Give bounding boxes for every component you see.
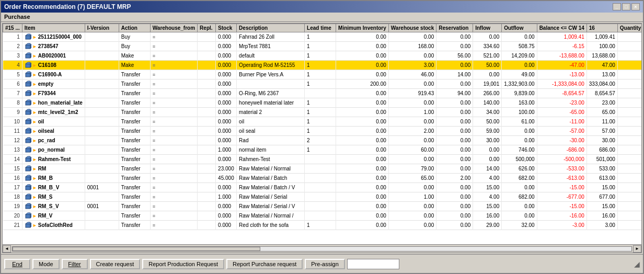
create-request-button[interactable]: Create request (90, 259, 141, 269)
cell-mininv: 0.00 (336, 221, 389, 230)
cell-bal: -677.00 (537, 192, 586, 202)
cell-bal: -57.00 (537, 127, 586, 136)
horizontal-scrollbar[interactable]: ◄ ► (3, 244, 641, 253)
cell-inflow: 50.00 (473, 117, 502, 127)
cell-repl (198, 89, 216, 98)
cell-lt (305, 174, 336, 183)
table-row[interactable]: 18 ►RM_STransfer≡1.000Raw Material / Ser… (3, 192, 642, 202)
pre-assign-button[interactable]: Pre-assign (305, 259, 345, 269)
cell-16: 686.00 (586, 145, 617, 155)
cell-res: 0.00 (436, 211, 473, 221)
cell-wh: ≡ (150, 51, 197, 61)
svg-rect-60 (26, 224, 30, 227)
col-header-lt[interactable]: Lead time (305, 24, 336, 32)
cell-desc: Raw Material / Serial / V (237, 202, 305, 211)
report-production-button[interactable]: Report Production Request (142, 259, 224, 269)
scroll-left-button[interactable]: ◄ (3, 245, 11, 253)
cell-repl (198, 221, 216, 230)
col-header-wh[interactable]: Warehouse_from (150, 24, 197, 32)
cell-res: 0.00 (436, 117, 473, 127)
col-header-mininv[interactable]: Minimum Inventory (336, 24, 389, 32)
table-row[interactable]: 11 ►oilsealTransfer≡0.000oil seal10.002.… (3, 127, 642, 136)
cell-iver (85, 42, 119, 51)
table-row[interactable]: 8 ►hon_material_lateTransfer≡0.000honeyw… (3, 98, 642, 108)
col-header-inflow[interactable]: Inflow (473, 24, 502, 32)
table-row[interactable]: 3 ►AB0020001Make≡0.000default10.000.0056… (3, 51, 642, 61)
svg-marker-37 (26, 147, 30, 149)
cell-action: Transfer (119, 145, 150, 155)
cell-num: 2 (3, 42, 22, 51)
table-wrapper[interactable]: #15 ... Item I-Version Action Warehouse_… (3, 24, 641, 244)
svg-marker-40 (26, 156, 30, 158)
scroll-track[interactable] (12, 246, 632, 252)
cell-16: 11.00 (586, 117, 617, 127)
cell-repl (198, 155, 216, 164)
cell-wh: ≡ (150, 32, 197, 42)
filter-button[interactable]: Filter (62, 259, 88, 269)
col-header-bal[interactable]: Balance <= CW 14 (537, 24, 586, 32)
table-row[interactable]: 7 ►F79344Transfer≡0.000O-Ring, M6 23670.… (3, 89, 642, 98)
svg-rect-45 (26, 177, 30, 180)
cell-wh: ≡ (150, 164, 197, 174)
table-row[interactable]: 15 ►RMTransfer≡23.000Raw Material / Norm… (3, 164, 642, 174)
maximize-button[interactable]: □ (622, 3, 630, 10)
cell-desc: default (237, 51, 305, 61)
cell-outflow: 1,332,903.00 (502, 79, 537, 89)
table-row[interactable]: 21 ►SofaClothRedTransfer≡0.000Red cloth … (3, 221, 642, 230)
table-row[interactable]: 13 ►po_normalTransfer≡1.000normal item10… (3, 145, 642, 155)
table-row[interactable]: 4 ►C16108Make≡0.000Operating Rod M-52155… (3, 61, 642, 70)
cell-num: 16 (3, 174, 22, 183)
col-header-outflow[interactable]: Outflow (502, 24, 537, 32)
col-header-num[interactable]: #15 ... (3, 24, 22, 32)
cell-bal: -6.15 (537, 42, 586, 51)
col-header-iver[interactable]: I-Version (85, 24, 119, 32)
table-row[interactable]: 19 ►RM_S_V0001Transfer≡0.000Raw Material… (3, 202, 642, 211)
footer: End Mode Filter Create request Report Pr… (1, 254, 643, 273)
cell-action: Transfer (119, 89, 150, 98)
report-purchase-button[interactable]: Report Purchase request (226, 259, 303, 269)
cell-bal: -47.00 (537, 61, 586, 70)
mode-button[interactable]: Mode (32, 259, 60, 269)
scroll-right-button[interactable]: ► (633, 245, 641, 253)
cell-iver (85, 61, 119, 70)
table-row[interactable]: 17 ►RM_B_V0001Transfer≡0.000Raw Material… (3, 183, 642, 192)
table-row[interactable]: 10 ►oilTransfer≡0.000oil10.000.000.0050.… (3, 117, 642, 127)
cell-num: 21 (3, 221, 22, 230)
col-header-stock[interactable]: Stock (216, 24, 237, 32)
col-header-repl[interactable]: Repl. (198, 24, 216, 32)
table-row[interactable]: 14 ►Rahmen-TestTransfer≡0.000Rahmen-Test… (3, 155, 642, 164)
svg-rect-48 (26, 186, 30, 190)
col-header-desc[interactable]: Description (237, 24, 305, 32)
cell-iver: 0001 (85, 202, 119, 211)
cell-mininv: 0.00 (336, 108, 389, 117)
enter-input[interactable] (347, 259, 399, 269)
table-row[interactable]: 20 ►RM_VTransfer≡0.000Raw Material / Nor… (3, 211, 642, 221)
table-row[interactable]: 2 ►2738547Buy≡0.000MrpTest 788110.00168.… (3, 42, 642, 51)
cell-mininv: 0.00 (336, 127, 389, 136)
cell-stock: 0.000 (216, 108, 237, 117)
table-row[interactable]: 16 ►RM_BTransfer≡45.000Raw Material / Ba… (3, 174, 642, 183)
table-row[interactable]: 1 ►25112150004_000Buy≡0.000Fahrrad 26 Zo… (3, 32, 642, 42)
col-header-whstock[interactable]: Warehouse stock (388, 24, 436, 32)
cell-stock: 0.000 (216, 183, 237, 192)
minimize-button[interactable]: _ (613, 3, 621, 10)
cell-16: 333,084.00 (586, 79, 617, 89)
table-row[interactable]: 9 ►mtc_level2_1m2Transfer≡0.000material … (3, 108, 642, 117)
scroll-thumb[interactable] (13, 247, 260, 251)
col-header-item[interactable]: Item (22, 24, 85, 32)
col-header-res[interactable]: Reservation (436, 24, 473, 32)
title-bar: Order Recommendation (7) DEFAULT MRP _ □… (1, 1, 643, 13)
table-row[interactable]: 12 ►pc_radTransfer≡0.000Rad20.000.000.00… (3, 136, 642, 145)
table-row[interactable]: 6 ►emptyTransfer≡0.0001200.000.000.0019,… (3, 79, 642, 89)
col-header-action[interactable]: Action (119, 24, 150, 32)
cell-qty: 47.00 (617, 61, 641, 70)
close-button[interactable]: × (631, 3, 640, 10)
cell-lt: 1 (305, 145, 336, 155)
cell-desc: material 2 (237, 108, 305, 117)
cell-qty: 57.00 (617, 127, 641, 136)
end-button[interactable]: End (4, 259, 30, 269)
table-row[interactable]: 5 ►C16900-ATransfer≡0.000Burner Pipe Ver… (3, 70, 642, 79)
col-header-qty[interactable]: Quantity ity purchase item U▲ (617, 24, 641, 32)
col-header-16[interactable]: 16 (586, 24, 617, 32)
svg-rect-33 (26, 139, 30, 143)
